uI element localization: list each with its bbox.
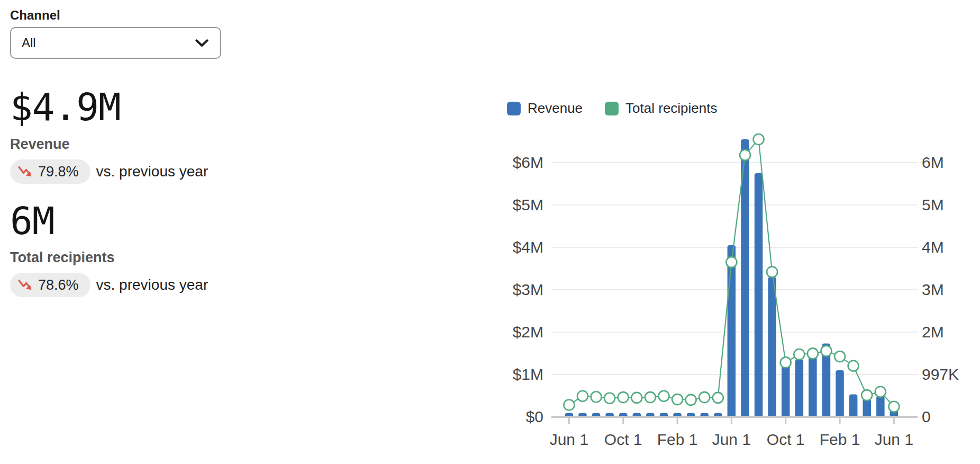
chart-point[interactable] bbox=[631, 392, 642, 403]
y-axis-left-labels: $0$1M$2M$3M$4M$5M$6M bbox=[466, 114, 543, 432]
recipients-legend-swatch bbox=[605, 102, 619, 115]
chart-point[interactable] bbox=[686, 395, 696, 405]
chart-point[interactable] bbox=[659, 391, 669, 401]
chart-point[interactable] bbox=[577, 391, 588, 401]
chart-point[interactable] bbox=[618, 392, 629, 403]
revenue-legend-swatch bbox=[507, 102, 521, 115]
trend-down-arrow-icon bbox=[17, 278, 33, 292]
trend-down-arrow-icon bbox=[17, 165, 33, 179]
channel-select-value: All bbox=[22, 35, 36, 50]
chart-bar[interactable] bbox=[836, 370, 844, 418]
chart-point[interactable] bbox=[564, 400, 574, 411]
chart-point[interactable] bbox=[888, 401, 899, 412]
chart-point[interactable] bbox=[781, 357, 791, 368]
recipients-change-row: 78.6% vs. previous year bbox=[10, 273, 208, 297]
chart-point[interactable] bbox=[834, 351, 845, 362]
y-axis-right-label: 2M bbox=[922, 323, 944, 342]
recipients-metric-value: 6M bbox=[10, 202, 55, 241]
y-axis-left-label: $1M bbox=[513, 365, 543, 384]
chart-plot bbox=[551, 114, 927, 432]
chart-point[interactable] bbox=[861, 390, 872, 400]
revenue-change-badge: 79.8% bbox=[10, 159, 90, 184]
chart-point[interactable] bbox=[807, 348, 818, 359]
chart-bar[interactable] bbox=[755, 173, 763, 418]
chart-bar[interactable] bbox=[849, 395, 858, 418]
recipients-change-value: 78.6% bbox=[38, 277, 79, 293]
chart-point[interactable] bbox=[740, 150, 750, 160]
chart-point[interactable] bbox=[875, 387, 886, 397]
chart-bar[interactable] bbox=[768, 277, 776, 418]
recipients-comparison-text: vs. previous year bbox=[96, 276, 208, 293]
y-axis-right-label: 0 bbox=[922, 407, 931, 426]
channel-label: Channel bbox=[10, 8, 60, 23]
chart-bar[interactable] bbox=[809, 356, 817, 418]
chart-point[interactable] bbox=[699, 392, 710, 403]
y-axis-left-label: $5M bbox=[513, 195, 543, 215]
y-axis-right-label: 5M bbox=[922, 195, 944, 215]
chart-point[interactable] bbox=[754, 134, 764, 145]
revenue-metric-value: $4.9M bbox=[10, 88, 121, 127]
chart-point[interactable] bbox=[604, 393, 615, 404]
chart-point[interactable] bbox=[645, 392, 656, 403]
y-axis-left-label: $4M bbox=[513, 238, 543, 257]
recipients-metric-label: Total recipients bbox=[10, 249, 115, 266]
x-axis-label: Jun 1 bbox=[857, 430, 931, 449]
chevron-down-icon bbox=[195, 39, 208, 47]
y-axis-right-labels: 0997K2M3M4M5M6M bbox=[922, 114, 980, 432]
chart-point[interactable] bbox=[672, 394, 683, 405]
chart-point[interactable] bbox=[726, 257, 737, 267]
chart-point[interactable] bbox=[821, 346, 832, 356]
y-axis-right-label: 3M bbox=[922, 280, 944, 299]
chart-point[interactable] bbox=[767, 266, 777, 277]
channel-select[interactable]: All bbox=[10, 27, 221, 59]
y-axis-right-label: 6M bbox=[922, 153, 944, 172]
y-axis-left-label: $0 bbox=[526, 407, 543, 426]
chart-bar[interactable] bbox=[795, 360, 804, 418]
y-axis-left-label: $6M bbox=[513, 153, 543, 172]
chart-point[interactable] bbox=[794, 349, 804, 360]
revenue-change-value: 79.8% bbox=[38, 164, 79, 180]
chart-bar[interactable] bbox=[782, 364, 790, 418]
chart-point[interactable] bbox=[713, 392, 723, 403]
revenue-metric-label: Revenue bbox=[10, 136, 70, 153]
chart-bar[interactable] bbox=[876, 396, 885, 418]
y-axis-left-label: $3M bbox=[513, 280, 543, 299]
revenue-change-row: 79.8% vs. previous year bbox=[10, 159, 208, 184]
chart-bar[interactable] bbox=[863, 399, 872, 418]
x-axis-labels: Jun 1Oct 1Feb 1Jun 1Oct 1Feb 1Jun 1 bbox=[551, 429, 954, 452]
recipients-change-badge: 78.6% bbox=[10, 273, 90, 297]
y-axis-left-label: $2M bbox=[513, 323, 543, 342]
revenue-comparison-text: vs. previous year bbox=[96, 163, 208, 180]
y-axis-right-label: 4M bbox=[922, 238, 944, 257]
chart-point[interactable] bbox=[848, 361, 859, 371]
chart-point[interactable] bbox=[591, 391, 602, 402]
chart-bar[interactable] bbox=[728, 245, 736, 418]
y-axis-right-label: 997K bbox=[922, 365, 959, 384]
